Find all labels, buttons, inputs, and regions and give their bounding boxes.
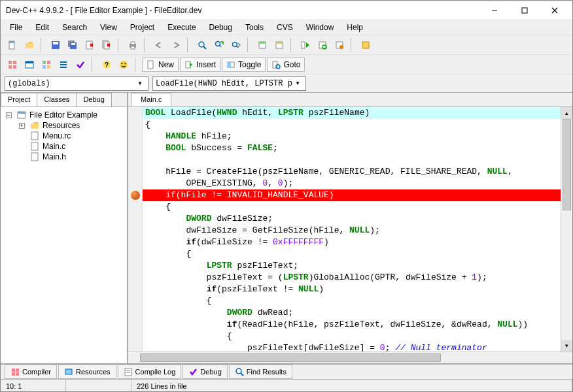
svg-point-53 (122, 63, 123, 64)
close-file-icon[interactable] (82, 38, 97, 52)
scroll-up-icon[interactable]: ▴ (561, 107, 572, 119)
about-icon[interactable] (116, 57, 131, 72)
bottom-tab-compiler[interactable]: Compiler (5, 365, 57, 379)
bottom-tab-debug[interactable]: Debug (182, 365, 227, 379)
horizontal-scrollbar[interactable] (128, 351, 572, 363)
bottom-tab-compile-log[interactable]: Compile Log (118, 365, 182, 379)
tab-icon (188, 367, 198, 376)
project-tree[interactable]: − File Editor Example + Resources Menu.r… (1, 107, 127, 363)
menu-search[interactable]: Search (56, 21, 94, 34)
check-icon[interactable] (73, 57, 88, 72)
new-label: New (158, 60, 174, 69)
expand-icon[interactable]: + (19, 123, 25, 129)
left-tab-project[interactable]: Project (1, 93, 37, 106)
hscroll-thumb[interactable] (140, 353, 441, 362)
svg-rect-42 (26, 61, 33, 63)
bottom-tab-resources[interactable]: Resources (58, 365, 116, 379)
breakpoint-icon[interactable] (131, 191, 140, 200)
titlebar: Dev-C++ 4.9.9.2 - [ File Editor Example … (1, 1, 572, 20)
menu-execute[interactable]: Execute (161, 21, 202, 34)
svg-rect-62 (18, 112, 26, 114)
svg-rect-56 (186, 61, 190, 68)
tree-root-label: File Editor Example (29, 110, 97, 120)
undo-icon[interactable] (151, 38, 167, 52)
insert-button[interactable]: Insert (180, 57, 220, 72)
svg-rect-5 (9, 41, 14, 43)
menu-project[interactable]: Project (124, 21, 161, 34)
list-icon[interactable] (56, 57, 71, 72)
bottom-tab-find-results[interactable]: Find Results (229, 365, 292, 379)
code-editor[interactable]: BOOL LoadFile(HWND hEdit, LPSTR pszFileN… (143, 107, 561, 351)
menu-debug[interactable]: Debug (203, 21, 239, 34)
print-icon[interactable] (125, 38, 141, 52)
run-icon[interactable] (271, 38, 287, 52)
menu-cvs[interactable]: CVS (270, 21, 300, 34)
goto-button[interactable]: Goto (267, 57, 305, 72)
svg-rect-1 (522, 8, 527, 13)
svg-line-75 (241, 373, 243, 376)
menu-file[interactable]: File (3, 21, 29, 34)
grid-icon-1[interactable] (5, 57, 20, 72)
left-tab-classes[interactable]: Classes (37, 93, 77, 106)
svg-rect-64 (31, 142, 38, 150)
compile-run-icon[interactable] (298, 38, 313, 52)
tree-file[interactable]: Main.c (3, 141, 124, 152)
minimize-button[interactable] (479, 1, 510, 20)
menu-window[interactable]: Window (300, 21, 341, 34)
close-all-icon[interactable] (99, 38, 114, 52)
svg-point-52 (120, 61, 128, 69)
editor-gutter[interactable] (128, 107, 143, 351)
help-icon[interactable]: ? (99, 57, 114, 72)
svg-rect-44 (47, 61, 50, 64)
file-icon (29, 131, 40, 140)
open-icon[interactable] (22, 38, 37, 52)
redo-icon[interactable] (168, 38, 184, 52)
rebuild-icon[interactable] (315, 38, 330, 52)
tree-folder[interactable]: + Resources (3, 120, 124, 131)
file-icon (29, 142, 40, 151)
save-icon[interactable] (48, 38, 63, 52)
file-tab-main-c[interactable]: Main.c (131, 93, 171, 106)
new-button[interactable]: New (142, 57, 179, 72)
close-button[interactable] (540, 1, 570, 20)
tree-file[interactable]: Main.h (3, 152, 124, 162)
tree-root[interactable]: − File Editor Example (3, 110, 124, 120)
save-all-icon[interactable] (65, 38, 80, 52)
svg-rect-7 (53, 42, 58, 44)
scroll-thumb[interactable] (563, 119, 571, 210)
menu-help[interactable]: Help (340, 21, 370, 34)
menu-view[interactable]: View (94, 21, 124, 34)
svg-text:?: ? (105, 61, 109, 69)
profile-icon[interactable] (358, 38, 373, 52)
file-tabs: Main.c (128, 93, 572, 107)
project-tabs: ProjectClassesDebug (1, 93, 127, 107)
symbol-dropdown[interactable]: LoadFile(HWND hEdit, LPTSTR psz ▾ (152, 76, 306, 91)
maximize-button[interactable] (510, 1, 540, 20)
debug-icon[interactable] (332, 38, 347, 52)
tab-icon (64, 367, 73, 376)
compile-icon[interactable] (254, 38, 270, 52)
tree-file-label: Menu.rc (43, 131, 71, 140)
left-tab-debug[interactable]: Debug (76, 93, 111, 106)
insert-label: Insert (196, 60, 216, 69)
svg-rect-36 (362, 42, 369, 48)
collapse-icon[interactable]: − (6, 112, 12, 118)
new-project-icon[interactable] (5, 38, 20, 52)
grid-icon-2[interactable] (39, 57, 54, 72)
find-next-icon[interactable] (228, 38, 244, 52)
menu-edit[interactable]: Edit (29, 21, 56, 34)
menu-tools[interactable]: Tools (239, 21, 270, 34)
svg-rect-70 (65, 369, 72, 374)
svg-rect-65 (31, 153, 38, 161)
scroll-down-icon[interactable]: ▾ (561, 340, 572, 351)
toggle-button[interactable]: Toggle (222, 57, 266, 72)
scope-dropdown[interactable]: (globals) ▾ (5, 76, 148, 91)
vertical-scrollbar[interactable]: ▴ ▾ (561, 107, 572, 351)
chevron-down-icon: ▾ (292, 78, 303, 88)
find-icon[interactable] (194, 38, 210, 52)
svg-point-21 (199, 42, 204, 47)
tree-file[interactable]: Menu.rc (3, 131, 124, 141)
replace-icon[interactable] (211, 38, 227, 52)
svg-rect-38 (13, 61, 16, 64)
window-icon[interactable] (22, 57, 37, 72)
